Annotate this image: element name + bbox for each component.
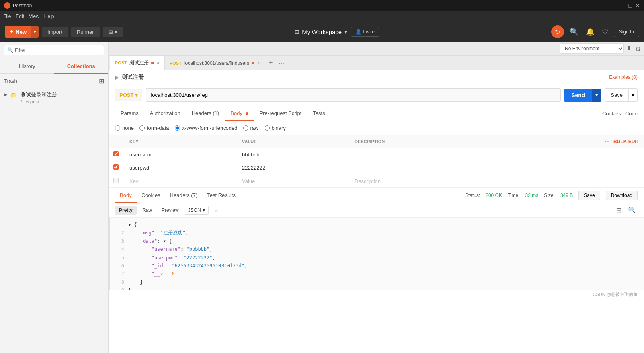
- line-num-2: 2: [116, 229, 124, 237]
- placeholder-desc[interactable]: Description: [350, 174, 644, 188]
- search-toolbar-button[interactable]: 🔍: [568, 26, 580, 38]
- raw-radio[interactable]: [243, 125, 248, 131]
- placeholder-value[interactable]: Value: [237, 174, 350, 188]
- response-meta: Status: 200 OK Time: 32 ms Size: 349 B S…: [465, 191, 638, 200]
- tab-more-button[interactable]: ⋯: [276, 59, 287, 67]
- form-data-radio[interactable]: [139, 125, 145, 131]
- heart-button[interactable]: ♡: [600, 26, 610, 38]
- sign-in-button[interactable]: Sign In: [614, 27, 639, 37]
- send-dropdown-button[interactable]: ▾: [592, 89, 601, 102]
- collection-item[interactable]: ▶ 📁 测试登录和注册 1 request: [0, 88, 108, 107]
- resp-cookies-tab[interactable]: Cookies: [137, 188, 165, 203]
- th-description: DESCRIPTION ⋯ Bulk Edit: [350, 135, 644, 148]
- binary-radio-group[interactable]: binary: [265, 125, 286, 131]
- raw-btn[interactable]: Raw: [138, 206, 156, 215]
- minimize-btn[interactable]: ─: [621, 2, 626, 9]
- none-radio[interactable]: [115, 125, 120, 131]
- cookies-link[interactable]: Cookies: [602, 111, 621, 117]
- urlencoded-radio[interactable]: [175, 125, 180, 131]
- method-select[interactable]: POST ▾: [115, 89, 142, 101]
- none-radio-group[interactable]: none: [115, 125, 134, 131]
- send-button[interactable]: Send: [564, 89, 592, 102]
- menu-help[interactable]: Help: [44, 14, 54, 19]
- menu-file[interactable]: File: [3, 14, 11, 19]
- eye-icon-btn[interactable]: 👁: [626, 45, 633, 52]
- import-button[interactable]: Import: [42, 27, 68, 37]
- new-folder-icon[interactable]: ⊞: [99, 77, 104, 85]
- tab-dot-0: [151, 62, 154, 64]
- send-btn-group: Send ▾: [564, 89, 601, 102]
- trash-link[interactable]: Trash: [4, 78, 17, 84]
- row-0-key[interactable]: username: [125, 148, 237, 161]
- tab-close-1[interactable]: ✕: [257, 61, 260, 65]
- save-button[interactable]: Save: [605, 88, 629, 102]
- plus-icon: +: [10, 28, 13, 35]
- binary-radio[interactable]: [265, 125, 270, 131]
- request-tab-1[interactable]: POST localhost:3001/users/findusers ✕: [165, 56, 265, 70]
- row-1-checkbox[interactable]: [113, 164, 119, 170]
- body-tab[interactable]: Body: [225, 106, 254, 121]
- invite-button[interactable]: 👤 Invite: [351, 27, 379, 37]
- url-input[interactable]: [146, 88, 561, 102]
- sync-button[interactable]: ↻: [551, 25, 564, 38]
- filter-input[interactable]: [4, 45, 104, 55]
- sidebar-actions: Trash ⊞: [0, 74, 108, 88]
- new-dropdown-button[interactable]: ▾: [31, 26, 39, 38]
- code-link[interactable]: Code: [625, 111, 638, 117]
- form-data-radio-group[interactable]: form-data: [139, 125, 169, 131]
- table-more-icon[interactable]: ⋯: [605, 139, 609, 144]
- env-selector[interactable]: No Environment: [560, 43, 624, 54]
- resp-test-results-tab[interactable]: Test Results: [202, 188, 240, 203]
- urlencoded-radio-group[interactable]: x-www-form-urlencoded: [175, 125, 238, 131]
- resp-headers-tab[interactable]: Headers (7): [165, 188, 203, 203]
- body-options: none form-data x-www-form-urlencoded raw: [109, 121, 644, 135]
- binary-label: binary: [272, 125, 286, 131]
- preview-btn[interactable]: Preview: [158, 206, 183, 215]
- add-tab-button[interactable]: +: [265, 59, 276, 67]
- notifications-button[interactable]: 🔔: [584, 26, 596, 38]
- row-1-key[interactable]: userpwd: [125, 161, 237, 174]
- th-value: VALUE: [237, 135, 350, 148]
- response-save-button[interactable]: Save: [578, 191, 600, 200]
- row-0-value[interactable]: bbbbbb: [237, 148, 350, 161]
- tests-tab[interactable]: Tests: [307, 106, 330, 121]
- main-toolbar: + New ▾ Import Runner ⊞ ▾ ⊞ My Workspace…: [0, 22, 644, 42]
- close-btn[interactable]: ✕: [635, 2, 640, 9]
- search-response-btn[interactable]: 🔍: [626, 205, 638, 215]
- params-tab[interactable]: Params: [115, 106, 144, 121]
- headers-tab[interactable]: Headers (1): [186, 106, 225, 121]
- pre-request-tab[interactable]: Pre-request Script: [254, 106, 308, 121]
- request-tab-0[interactable]: POST 测试注册 ✕: [110, 56, 165, 70]
- resp-body-tab[interactable]: Body: [115, 188, 137, 203]
- authorization-tab[interactable]: Authorization: [144, 106, 186, 121]
- nav-tab-right: Cookies Code: [602, 111, 638, 117]
- row-1-value[interactable]: 22222222: [237, 161, 350, 174]
- settings-icon-btn[interactable]: ⚙: [635, 45, 641, 53]
- tab-close-0[interactable]: ✕: [156, 61, 160, 65]
- align-icon-btn[interactable]: ≡: [213, 206, 219, 215]
- raw-radio-group[interactable]: raw: [243, 125, 259, 131]
- examples-link[interactable]: Examples (0): [609, 74, 638, 80]
- runner-button[interactable]: Runner: [71, 27, 100, 37]
- title-bar-title: Postman: [4, 2, 32, 9]
- save-dropdown-button[interactable]: ▾: [629, 88, 638, 102]
- history-tab[interactable]: History: [0, 59, 54, 74]
- pretty-btn[interactable]: Pretty: [115, 206, 137, 215]
- bulk-edit-link[interactable]: Bulk Edit: [613, 139, 639, 144]
- json-format-select[interactable]: JSON ▾: [185, 206, 209, 215]
- menu-edit[interactable]: Edit: [16, 14, 24, 19]
- collections-tab[interactable]: Collections: [54, 59, 109, 74]
- row-0-checkbox[interactable]: [113, 151, 119, 156]
- new-button[interactable]: + New: [5, 26, 31, 38]
- workspace-button[interactable]: ⊞ My Workspace ▾: [295, 29, 347, 35]
- table-row: username bbbbbb: [109, 148, 644, 161]
- maximize-btn[interactable]: □: [629, 2, 632, 9]
- placeholder-key[interactable]: Key: [125, 174, 237, 188]
- folder-icon: 📁: [10, 92, 17, 98]
- copy-icon-btn[interactable]: ⊞: [615, 205, 623, 215]
- api-network-button[interactable]: ⊞ ▾: [103, 27, 123, 37]
- response-download-button[interactable]: Download: [606, 191, 638, 200]
- window-controls[interactable]: ─ □ ✕: [621, 2, 640, 9]
- menu-view[interactable]: View: [29, 14, 39, 19]
- workspace-dropdown-icon: ▾: [344, 29, 347, 35]
